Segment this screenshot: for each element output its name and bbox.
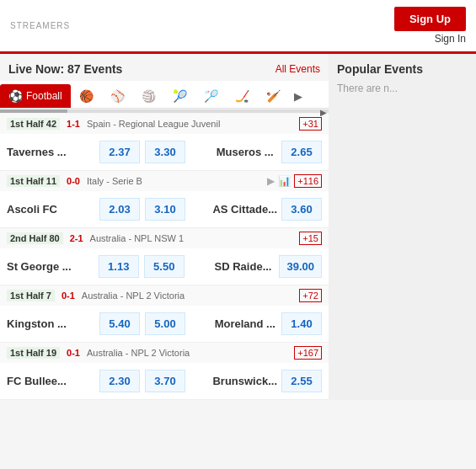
- match-extras: ▶📊+116: [267, 174, 322, 188]
- tab-volleyball[interactable]: 🏐: [133, 84, 164, 108]
- tab-football-label: Football: [26, 90, 62, 102]
- match-block-3: 2nd Half 80 2-1 Australia - NPL NSW 1 +1…: [0, 228, 329, 285]
- logo: STREAMERS: [10, 21, 70, 30]
- team2-name: Museros ...: [212, 146, 279, 158]
- match-score: 0-0: [67, 176, 80, 186]
- match-extras: +31: [299, 117, 322, 131]
- all-events-link[interactable]: All Events: [275, 63, 320, 75]
- team2-name: AS Cittade...: [212, 203, 279, 216]
- match-time-badge: 1st Half 11: [7, 175, 60, 187]
- team2-name: Moreland ...: [212, 317, 279, 330]
- match-block-5: 1st Half 19 0-1 Australia - NPL 2 Victor…: [0, 343, 329, 400]
- popular-empty: There are n...: [337, 83, 468, 94]
- popular-title: Popular Events: [337, 62, 468, 76]
- volleyball-icon: 🏐: [142, 89, 156, 103]
- match-odds: FC Bullee... 2.30 3.70 Brunswick... 2.55: [0, 363, 329, 399]
- signup-button[interactable]: Sign Up: [394, 7, 466, 31]
- oddsx-button[interactable]: 5.00: [145, 312, 185, 335]
- odds-section: 1.13 5.50: [76, 255, 207, 278]
- tab-basketball[interactable]: 🏀: [71, 84, 102, 108]
- football-icon: ⚽: [8, 89, 23, 103]
- team1-name: St George ...: [7, 260, 72, 273]
- match-block-2: 1st Half 11 0-0 Italy - Serie B ▶📊+116 A…: [0, 171, 329, 228]
- odds2-button[interactable]: 2.55: [281, 370, 322, 392]
- team1-name: Kingston ...: [7, 317, 73, 330]
- odds1-button[interactable]: 2.03: [99, 198, 140, 221]
- tab-tennis[interactable]: 🎾: [164, 84, 195, 108]
- match-league: Spain - Regional League Juvenil: [87, 119, 292, 129]
- team1-name: Tavernes ...: [7, 146, 73, 158]
- match-time-badge: 1st Half 42: [7, 118, 60, 130]
- match-odds: Tavernes ... 2.37 3.30 Museros ... 2.65: [0, 134, 329, 170]
- basketball-icon: 🏀: [79, 89, 94, 103]
- more-badge[interactable]: +15: [299, 232, 322, 245]
- oddsx-button[interactable]: 3.30: [145, 141, 185, 163]
- signin-link[interactable]: Sign In: [435, 33, 466, 45]
- odds2-button[interactable]: 1.40: [281, 312, 322, 335]
- match-time-badge: 2nd Half 80: [7, 232, 63, 244]
- more-badge[interactable]: +72: [299, 289, 322, 302]
- badminton-icon: 🏸: [204, 89, 218, 103]
- odds1-button[interactable]: 5.40: [99, 312, 140, 335]
- tab-baseball[interactable]: ⚾: [102, 84, 133, 108]
- match-block-1: 1st Half 42 1-1 Spain - Regional League …: [0, 114, 329, 171]
- right-panel: Popular Events There are n...: [329, 54, 476, 400]
- match-league: Australia - NPL 2 Victoria: [82, 290, 293, 301]
- odds1-button[interactable]: 2.30: [99, 370, 140, 392]
- header-actions: Sign Up Sign In: [394, 7, 466, 45]
- more-badge[interactable]: +31: [299, 117, 322, 131]
- match-extras: +15: [299, 232, 322, 245]
- oddsx-button[interactable]: 3.70: [145, 370, 185, 392]
- odds-section: 2.30 3.70: [77, 370, 209, 392]
- main-layout: Live Now: 87 Events All Events ⚽ Footbal…: [0, 54, 476, 400]
- odds-section: 2.03 3.10: [77, 198, 209, 221]
- match-time-badge: 1st Half 7: [7, 290, 55, 301]
- match-score: 0-1: [62, 290, 75, 301]
- header: STREAMERS Sign Up Sign In: [0, 0, 476, 54]
- stats-icon: 📊: [278, 175, 291, 187]
- match-odds: Kingston ... 5.40 5.00 Moreland ... 1.40: [0, 306, 329, 342]
- hockey-icon: 🏒: [235, 89, 249, 103]
- matches-container: 1st Half 42 1-1 Spain - Regional League …: [0, 114, 329, 400]
- more-badge[interactable]: +116: [294, 174, 322, 188]
- match-header: 1st Half 42 1-1 Spain - Regional League …: [0, 114, 329, 134]
- live-header: Live Now: 87 Events All Events: [0, 54, 329, 81]
- live-title: Live Now: 87 Events: [8, 62, 122, 76]
- odds1-button[interactable]: 1.13: [99, 255, 139, 278]
- tab-football[interactable]: ⚽ Football: [0, 84, 71, 108]
- match-header: 2nd Half 80 2-1 Australia - NPL NSW 1 +1…: [0, 228, 329, 248]
- match-score: 1-1: [67, 119, 80, 129]
- team2-name: SD Raide...: [211, 260, 276, 273]
- match-score: 0-1: [67, 348, 80, 358]
- oddsx-button[interactable]: 5.50: [144, 255, 185, 278]
- match-extras: +72: [299, 289, 322, 302]
- more-badge[interactable]: +167: [294, 346, 322, 360]
- match-score: 2-1: [70, 233, 83, 243]
- match-block-4: 1st Half 7 0-1 Australia - NPL 2 Victori…: [0, 285, 329, 343]
- match-time-badge: 1st Half 19: [7, 347, 60, 359]
- sport-tabs: ⚽ Football 🏀 ⚾ 🏐 🎾 🏸 🏒 🏏: [0, 81, 329, 109]
- oddsx-button[interactable]: 3.10: [145, 198, 185, 221]
- left-panel: Live Now: 87 Events All Events ⚽ Footbal…: [0, 54, 329, 400]
- tab-hockey[interactable]: 🏒: [227, 84, 258, 108]
- match-odds: Ascoli FC 2.03 3.10 AS Cittade... 3.60: [0, 191, 329, 227]
- tab-badminton[interactable]: 🏸: [195, 84, 227, 108]
- scroll-bar: ▶: [0, 109, 329, 114]
- odds-section: 5.40 5.00: [77, 312, 209, 335]
- tab-cricket[interactable]: 🏏: [258, 84, 289, 108]
- tabs-arrow-right[interactable]: ▶: [289, 84, 308, 108]
- video-icon: ▶: [267, 175, 275, 187]
- match-league: Australia - NPL NSW 1: [90, 233, 293, 243]
- match-header: 1st Half 7 0-1 Australia - NPL 2 Victori…: [0, 285, 329, 306]
- match-header: 1st Half 11 0-0 Italy - Serie B ▶📊+116: [0, 171, 329, 191]
- tennis-icon: 🎾: [173, 89, 187, 103]
- scroll-arrow-right-icon[interactable]: ▶: [320, 108, 327, 117]
- odds2-button[interactable]: 2.65: [281, 141, 322, 163]
- match-odds: St George ... 1.13 5.50 SD Raide... 39.0…: [0, 248, 329, 285]
- odds2-button[interactable]: 39.00: [279, 255, 322, 278]
- odds2-button[interactable]: 3.60: [281, 198, 322, 221]
- scroll-track: ▶: [0, 109, 329, 113]
- match-league: Italy - Serie B: [87, 176, 260, 186]
- odds1-button[interactable]: 2.37: [99, 141, 140, 163]
- scroll-thumb: [0, 109, 67, 113]
